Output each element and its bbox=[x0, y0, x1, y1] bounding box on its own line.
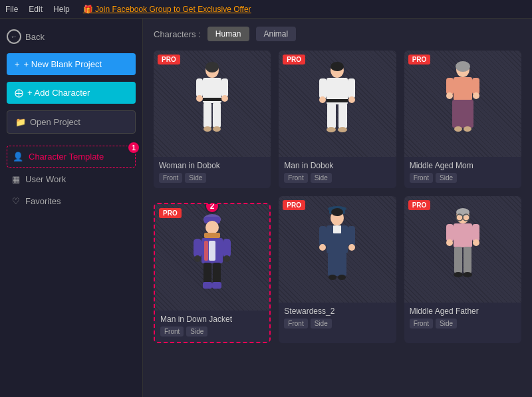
tab-human[interactable]: Human bbox=[207, 27, 249, 41]
svg-rect-9 bbox=[213, 102, 221, 128]
svg-rect-59 bbox=[328, 253, 346, 276]
svg-rect-4 bbox=[196, 78, 203, 97]
svg-point-19 bbox=[348, 96, 355, 103]
svg-point-60 bbox=[329, 275, 336, 280]
character-figure-stewardess-2 bbox=[311, 206, 364, 293]
svg-point-32 bbox=[454, 126, 462, 132]
fb-offer-link[interactable]: 🎁 Join Facebook Group to Get Exclusive O… bbox=[83, 5, 251, 14]
open-project-button[interactable]: 📁 Open Project bbox=[7, 110, 136, 134]
tag-front[interactable]: Front bbox=[160, 327, 184, 336]
card-name: Man in Dobok bbox=[284, 161, 390, 170]
card-image-middle-aged-father bbox=[404, 196, 521, 303]
badge-1: 1 bbox=[127, 141, 140, 154]
card-image-woman-in-dobok bbox=[154, 51, 271, 157]
svg-point-13 bbox=[331, 62, 344, 71]
new-blank-project-button[interactable]: + + New Blank Project bbox=[7, 53, 136, 75]
add-character-label: + Add Character bbox=[27, 88, 90, 98]
pro-badge: PRO bbox=[283, 200, 305, 210]
svg-rect-20 bbox=[327, 103, 336, 128]
svg-rect-5 bbox=[221, 78, 228, 97]
card-image-man-in-down-jacket bbox=[155, 204, 269, 311]
tag-side[interactable]: Side bbox=[311, 173, 332, 183]
svg-point-30 bbox=[473, 92, 479, 99]
tag-side[interactable]: Side bbox=[436, 319, 457, 329]
tag-side[interactable]: Side bbox=[186, 327, 207, 336]
svg-rect-56 bbox=[348, 226, 355, 246]
card-image-middle-aged-mom bbox=[404, 51, 521, 157]
tag-side[interactable]: Side bbox=[311, 319, 332, 329]
card-name: Man in Down Jacket bbox=[160, 315, 264, 324]
card-name: Stewardess_2 bbox=[284, 307, 390, 316]
svg-point-25 bbox=[456, 61, 470, 72]
folder-icon: 📁 bbox=[15, 117, 26, 127]
character-figure-woman-in-dobok bbox=[186, 61, 239, 147]
card-middle-aged-father[interactable]: PRO bbox=[404, 196, 521, 343]
card-man-in-down-jacket[interactable]: 2 PRO bbox=[154, 203, 271, 343]
svg-rect-3 bbox=[203, 98, 221, 101]
back-button[interactable]: ← Back bbox=[7, 27, 136, 47]
back-label: Back bbox=[25, 32, 45, 42]
card-footer-woman-in-dobok: Woman in Dobok Front Side bbox=[154, 157, 271, 188]
svg-point-71 bbox=[473, 239, 479, 246]
svg-rect-21 bbox=[338, 103, 347, 128]
add-character-button[interactable]: ⨁ + Add Character bbox=[7, 82, 136, 104]
svg-point-33 bbox=[464, 126, 471, 132]
open-project-label: Open Project bbox=[30, 117, 80, 127]
character-header: Characters : Human Animal bbox=[154, 27, 521, 41]
sidebar-item-character-template[interactable]: 👤 Character Template 1 bbox=[7, 146, 136, 168]
svg-rect-67 bbox=[454, 223, 472, 247]
svg-point-18 bbox=[319, 96, 326, 103]
svg-point-22 bbox=[327, 127, 336, 132]
tag-side[interactable]: Side bbox=[436, 173, 457, 183]
card-woman-in-dobok[interactable]: PRO bbox=[154, 51, 271, 188]
svg-point-11 bbox=[213, 126, 221, 132]
svg-point-74 bbox=[454, 272, 463, 277]
svg-point-43 bbox=[194, 255, 201, 262]
card-name: Woman in Dobok bbox=[159, 161, 265, 170]
pro-badge: PRO bbox=[408, 200, 431, 210]
menu-help[interactable]: Help bbox=[53, 5, 70, 14]
svg-rect-8 bbox=[203, 102, 211, 128]
back-circle-icon: ← bbox=[7, 29, 21, 44]
new-project-icon: + bbox=[15, 59, 20, 69]
svg-rect-47 bbox=[203, 282, 212, 289]
tag-front[interactable]: Front bbox=[159, 173, 182, 183]
sidebar-item-label: Favorites bbox=[25, 196, 61, 206]
view-tags: Front Side bbox=[410, 319, 516, 329]
tag-front[interactable]: Front bbox=[410, 319, 433, 329]
card-man-in-dobok[interactable]: PRO bbox=[279, 51, 396, 188]
tag-front[interactable]: Front bbox=[284, 319, 307, 329]
svg-rect-42 bbox=[223, 239, 231, 257]
svg-rect-45 bbox=[203, 263, 211, 284]
svg-rect-72 bbox=[454, 247, 462, 273]
view-tags: Front Side bbox=[410, 173, 516, 183]
svg-point-23 bbox=[338, 127, 347, 132]
tag-side[interactable]: Side bbox=[185, 173, 206, 183]
svg-rect-39 bbox=[204, 241, 208, 261]
main-layout: ← Back + + New Blank Project ⨁ + Add Cha… bbox=[0, 19, 532, 397]
pro-badge: PRO bbox=[408, 55, 431, 65]
svg-rect-46 bbox=[213, 263, 221, 284]
pro-badge: PRO bbox=[158, 55, 180, 65]
sidebar-item-favorites[interactable]: ♡ Favorites bbox=[7, 191, 136, 211]
view-tags: Front Side bbox=[160, 327, 264, 336]
tag-front[interactable]: Front bbox=[284, 173, 307, 183]
sidebar: ← Back + + New Blank Project ⨁ + Add Cha… bbox=[0, 19, 143, 397]
svg-point-10 bbox=[203, 126, 211, 132]
tab-animal[interactable]: Animal bbox=[256, 27, 297, 41]
tag-front[interactable]: Front bbox=[410, 173, 433, 183]
svg-rect-28 bbox=[472, 78, 479, 94]
menu-file[interactable]: File bbox=[5, 5, 18, 14]
user-icon: 👤 bbox=[13, 152, 23, 162]
svg-rect-68 bbox=[446, 224, 454, 241]
pro-badge: PRO bbox=[159, 208, 182, 218]
card-image-man-in-dobok bbox=[279, 51, 396, 157]
sidebar-item-user-work[interactable]: ▦ User Work bbox=[7, 169, 136, 190]
menu-edit[interactable]: Edit bbox=[29, 5, 43, 14]
card-footer-man-in-down-jacket: Man in Down Jacket Front Side bbox=[155, 311, 269, 342]
card-middle-aged-mom[interactable]: PRO bbox=[404, 51, 521, 188]
content-area: Characters : Human Animal PRO bbox=[143, 19, 532, 397]
card-name: Middle Aged Father bbox=[410, 307, 516, 316]
card-stewardess-2[interactable]: PRO bbox=[279, 196, 396, 343]
character-grid: PRO bbox=[154, 51, 521, 343]
